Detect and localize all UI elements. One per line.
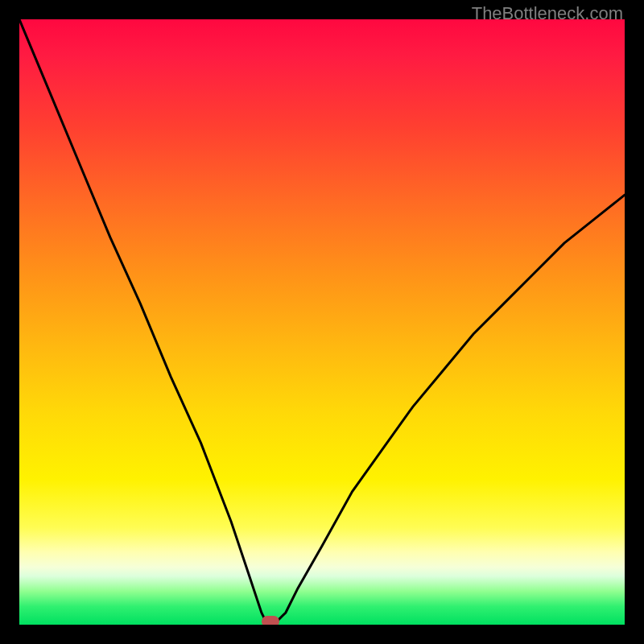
curve-svg [19, 19, 625, 625]
bottleneck-marker [262, 616, 279, 625]
plot-area [19, 19, 625, 625]
watermark-text: TheBottleneck.com [472, 3, 623, 24]
outer-frame: TheBottleneck.com [0, 0, 644, 644]
bottleneck-curve-path [19, 19, 625, 625]
